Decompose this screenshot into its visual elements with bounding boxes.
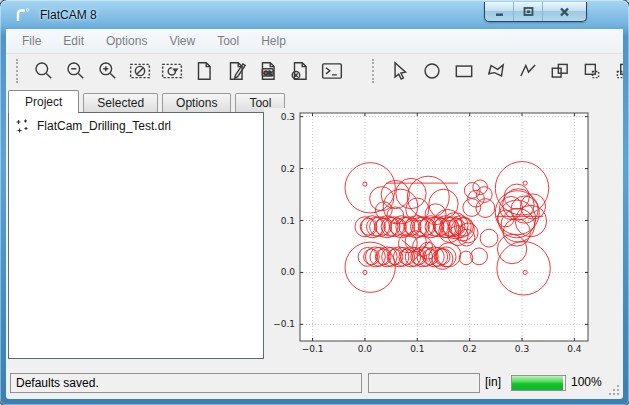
toolbar-zoom-out-button[interactable] <box>63 57 93 85</box>
save-ok-icon: Ok <box>257 60 279 82</box>
close-icon <box>557 5 572 19</box>
edit-object-icon <box>225 60 247 82</box>
zoom-fit-icon <box>33 60 55 82</box>
progress-bar <box>511 375 566 391</box>
progress-percent: 100% <box>571 375 602 389</box>
maximize-button[interactable] <box>514 2 543 21</box>
title-bar[interactable]: FlatCAM 8 <box>6 2 623 28</box>
toolbar-new-project-button[interactable] <box>191 57 221 85</box>
svg-text:0.0: 0.0 <box>281 267 296 277</box>
project-panel[interactable]: FlatCam_Drilling_Test.drl <box>8 112 264 359</box>
units-label: [in] <box>485 375 501 389</box>
draw-polygon-icon <box>485 60 507 82</box>
svg-text:0.1: 0.1 <box>281 216 295 226</box>
project-tree-item[interactable]: FlatCam_Drilling_Test.drl <box>9 113 263 134</box>
menu-edit[interactable]: Edit <box>52 29 95 53</box>
new-project-icon <box>193 60 215 82</box>
window-controls <box>484 2 587 22</box>
tab-project[interactable]: Project <box>8 90 79 113</box>
menu-help[interactable]: Help <box>250 29 297 53</box>
toolbar-zoom-fit-button[interactable] <box>31 57 61 85</box>
clear-plot-icon <box>129 60 151 82</box>
toolbar-draw-rectangle-button[interactable] <box>451 57 481 85</box>
shell-icon <box>321 60 343 82</box>
toolbar-edit-object-button[interactable] <box>223 57 253 85</box>
resize-grip-icon[interactable] <box>608 384 620 396</box>
toolbar-draw-polygon-button[interactable] <box>483 57 513 85</box>
toolbar-draw-path-button[interactable] <box>515 57 545 85</box>
svg-text:0.3: 0.3 <box>281 112 295 122</box>
main-toolbar: Ok <box>6 54 623 88</box>
svg-text:0.0: 0.0 <box>358 344 373 354</box>
toolbar-intersection-button[interactable] <box>579 57 609 85</box>
draw-path-icon <box>517 60 539 82</box>
close-button[interactable] <box>543 2 586 21</box>
window-title: FlatCAM 8 <box>40 8 97 22</box>
svg-text:−0.1: −0.1 <box>273 319 295 329</box>
status-bar: Defaults saved. [in] 100% <box>6 367 623 399</box>
app-window: FlatCAM 8 FileEditOptionsViewToolHelp Ok… <box>0 0 629 405</box>
toolbar-drag-handle[interactable] <box>16 59 25 83</box>
union-icon <box>549 60 571 82</box>
minimize-button[interactable] <box>485 2 514 21</box>
zoom-in-icon <box>97 60 119 82</box>
status-message: Defaults saved. <box>10 373 362 393</box>
menu-options[interactable]: Options <box>95 29 158 53</box>
client-area: FileEditOptionsViewToolHelp Ok ProjectSe… <box>6 29 623 399</box>
toolbar-save-ok-button[interactable]: Ok <box>255 57 285 85</box>
svg-text:Ok: Ok <box>264 69 273 76</box>
minimize-icon <box>492 5 507 19</box>
maximize-icon <box>521 5 536 19</box>
svg-text:0.2: 0.2 <box>462 344 476 354</box>
zoom-out-icon <box>65 60 87 82</box>
menu-file[interactable]: File <box>11 29 52 53</box>
replot-icon <box>161 60 183 82</box>
progress-bar-fill <box>512 376 563 390</box>
svg-text:0.1: 0.1 <box>410 344 424 354</box>
select-icon <box>389 60 411 82</box>
subtraction-icon <box>613 60 623 82</box>
plot-canvas[interactable]: −0.10.00.10.20.30.4−0.10.00.10.20.3 <box>264 108 622 364</box>
toolbar-union-button[interactable] <box>547 57 577 85</box>
toolbar-draw-circle-button[interactable] <box>419 57 449 85</box>
status-aux-field <box>368 373 480 393</box>
menu-bar: FileEditOptionsViewToolHelp <box>6 29 623 54</box>
draw-circle-icon <box>421 60 443 82</box>
toolbar-shell-button[interactable] <box>319 57 349 85</box>
toolbar-group-plot-tools: Ok <box>6 54 350 88</box>
toolbar-replot-button[interactable] <box>159 57 189 85</box>
toolbar-select-button[interactable] <box>387 57 417 85</box>
tab-options[interactable]: Options <box>162 93 231 113</box>
svg-text:0.4: 0.4 <box>567 344 582 354</box>
svg-text:0.2: 0.2 <box>281 164 295 174</box>
svg-text:−0.1: −0.1 <box>302 344 324 354</box>
toolbar-clear-plot-button[interactable] <box>127 57 157 85</box>
flatcam-logo-icon <box>14 7 32 23</box>
draw-rectangle-icon <box>453 60 475 82</box>
menu-tool[interactable]: Tool <box>206 29 250 53</box>
toolbar-subtraction-button[interactable] <box>611 57 623 85</box>
notebook-tabs: ProjectSelectedOptionsTool <box>8 90 289 113</box>
toolbar-delete-object-button[interactable] <box>287 57 317 85</box>
toolbar-group-draw-tools <box>362 54 623 88</box>
tab-selected[interactable]: Selected <box>83 93 158 113</box>
intersection-icon <box>581 60 603 82</box>
toolbar-drag-handle[interactable] <box>372 59 381 83</box>
tree-item-label: FlatCam_Drilling_Test.drl <box>37 119 171 133</box>
drill-object-icon <box>15 118 31 134</box>
delete-object-icon <box>289 60 311 82</box>
svg-text:0.3: 0.3 <box>515 344 529 354</box>
toolbar-zoom-in-button[interactable] <box>95 57 125 85</box>
menu-view[interactable]: View <box>158 29 206 53</box>
